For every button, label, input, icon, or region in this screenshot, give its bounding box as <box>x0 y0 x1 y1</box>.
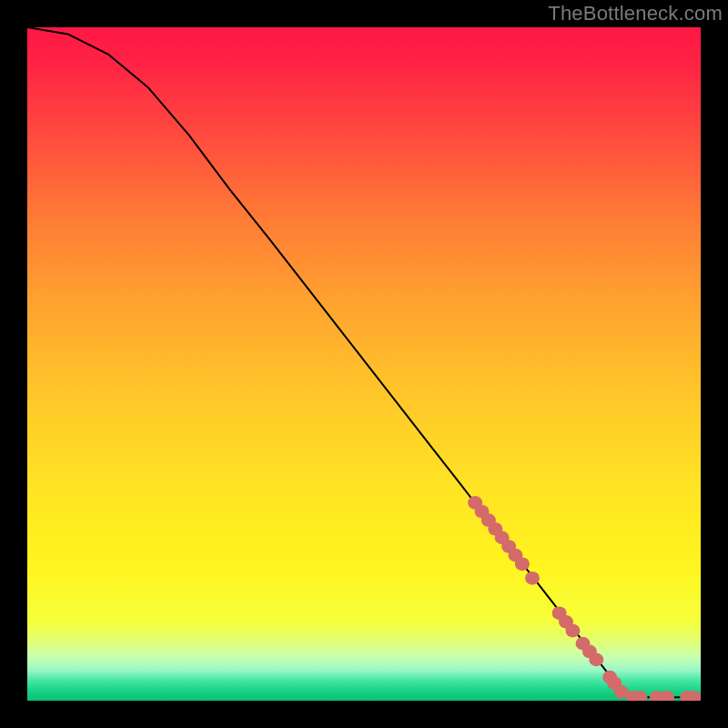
gradient-background <box>27 27 701 701</box>
plot-area <box>27 27 701 701</box>
data-marker <box>589 653 603 667</box>
chart-svg <box>27 27 701 701</box>
data-marker <box>565 624 580 638</box>
attribution-text: TheBottleneck.com <box>548 2 723 25</box>
data-marker <box>515 557 530 571</box>
chart-frame: TheBottleneck.com <box>0 0 728 728</box>
data-marker <box>525 571 540 585</box>
